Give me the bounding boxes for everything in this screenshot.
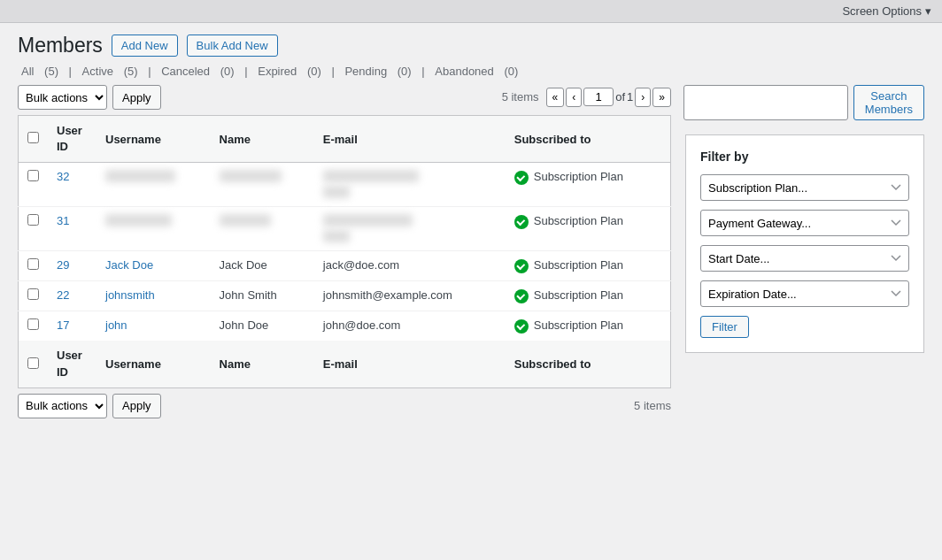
active-status-icon-0 [514,171,529,185]
table-row: 17johnJohn Doejohn@doe.comSubscription P… [19,311,671,341]
apply-button-top[interactable]: Apply [112,85,161,110]
filter-active-link[interactable]: Active (5) [79,65,145,78]
th-footer-username: Username [97,341,211,387]
table-row: 22johnsmithJohn Smithjohnsmith@example.c… [19,281,671,311]
row-username-0 [97,163,211,207]
search-members-button[interactable]: Search Members [853,85,924,120]
row-subscribed-3: Subscription Plan [506,281,671,311]
th-checkbox [19,116,49,163]
row-subscribed-0: Subscription Plan [506,163,671,207]
active-status-icon-4 [514,319,529,334]
tablenav-top: Bulk actions Apply 5 items « ‹ of 1 › » [18,85,671,110]
expiration-date-select[interactable]: Expiration Date... [700,280,909,307]
th-footer-subscribed: Subscribed to [506,341,671,387]
username-link-0[interactable] [105,170,175,183]
row-id-3: 22 [48,281,97,311]
prev-page-button-top[interactable]: ‹ [566,88,582,108]
last-page-button-top[interactable]: » [652,88,671,108]
first-page-button-top[interactable]: « [546,88,565,108]
items-count-top: 5 items [502,90,539,104]
add-new-button[interactable]: Add New [112,35,178,57]
user-id-link-2[interactable]: 29 [57,258,69,272]
row-email-0 [314,163,506,207]
row-name-2: Jack Doe [211,251,314,281]
next-page-button-top[interactable]: › [635,88,651,108]
row-name-0 [211,163,314,207]
bulk-actions-select-top[interactable]: Bulk actions [18,85,107,110]
page-title: Members [18,34,103,58]
screen-options-label: Screen Options [842,4,922,18]
table-row: 31 Subscription Plan [19,207,671,251]
active-status-icon-1 [514,215,529,229]
search-input[interactable] [683,85,848,120]
search-box: Search Members [685,85,924,120]
filter-box: Filter by Subscription Plan... Payment G… [685,134,924,353]
filter-abandoned-link[interactable]: Abandoned (0) [431,65,521,78]
row-id-4: 17 [48,311,97,341]
select-all-checkbox-top[interactable] [27,132,39,143]
filter-links: All (5) | Active (5) | Canceled (0) | Ex… [18,65,924,78]
row-email-4: john@doe.com [314,311,506,341]
filter-canceled-link[interactable]: Canceled (0) [158,65,241,78]
subscription-plan-select[interactable]: Subscription Plan... [700,174,909,201]
row-email-1 [314,207,506,251]
row-checkbox-3[interactable] [27,288,39,300]
th-name: Name [211,116,314,163]
user-id-link-3[interactable]: 22 [57,288,69,302]
table-row: 29Jack DoeJack Doejack@doe.comSubscripti… [19,251,671,281]
th-footer-checkbox [19,341,49,387]
members-table: User ID Username Name E-mail Subscribed … [18,115,671,388]
row-name-4: John Doe [211,311,314,341]
row-checkbox-2[interactable] [27,258,39,270]
payment-gateway-select[interactable]: Payment Gateway... [700,210,909,236]
tablenav-bottom: Bulk actions Apply 5 items [18,394,671,418]
username-link-3[interactable]: johnsmith [105,288,155,302]
filter-title: Filter by [700,150,909,164]
table-row: 32 Subscription Plan [19,163,671,207]
row-name-3: John Smith [211,281,314,311]
user-id-link-1[interactable]: 31 [57,214,69,227]
sidebar: Search Members Filter by Subscription Pl… [685,85,924,418]
row-username-2: Jack Doe [97,251,211,281]
screen-options-chevron: ▾ [925,4,931,18]
th-footer-email: E-mail [314,341,506,387]
apply-button-bottom[interactable]: Apply [112,394,161,418]
start-date-select[interactable]: Start Date... [700,245,909,272]
row-email-3: johnsmith@example.com [314,281,506,311]
user-id-link-0[interactable]: 32 [57,170,69,183]
username-link-4[interactable]: john [105,318,127,332]
screen-options-button[interactable]: Screen Options ▾ [842,4,931,18]
filter-expired-link[interactable]: Expired (0) [254,65,328,78]
row-username-4: john [97,311,211,341]
filter-all-link[interactable]: All (5) [18,65,66,78]
row-username-3: johnsmith [97,281,211,311]
filter-button[interactable]: Filter [700,316,749,338]
row-checkbox-0[interactable] [27,170,39,181]
th-subscribed: Subscribed to [506,116,671,163]
username-link-2[interactable]: Jack Doe [105,258,153,272]
th-footer-user-id: User ID [48,341,97,387]
filter-pending-link[interactable]: Pending (0) [341,65,418,78]
page-number-input-top[interactable] [583,88,614,106]
row-checkbox-1[interactable] [27,214,39,226]
active-status-icon-2 [514,259,529,273]
items-count-bottom: 5 items [634,399,671,412]
row-subscribed-4: Subscription Plan [506,311,671,341]
user-id-link-4[interactable]: 17 [57,318,69,332]
row-id-1: 31 [48,207,97,251]
pagination-top: « ‹ of 1 › » [546,88,671,108]
select-all-checkbox-bottom[interactable] [27,357,39,369]
row-name-1 [211,207,314,251]
row-id-0: 32 [48,163,97,207]
username-link-1[interactable] [105,214,172,227]
active-status-icon-3 [514,289,529,303]
th-username: Username [97,116,211,163]
bulk-add-new-button[interactable]: Bulk Add New [187,35,278,57]
row-checkbox-4[interactable] [27,318,39,330]
row-subscribed-2: Subscription Plan [506,251,671,281]
th-footer-name: Name [211,341,314,387]
th-email: E-mail [314,116,506,163]
bulk-actions-select-bottom[interactable]: Bulk actions [18,394,107,418]
total-pages-top: 1 [627,90,633,104]
th-user-id: User ID [48,116,97,163]
